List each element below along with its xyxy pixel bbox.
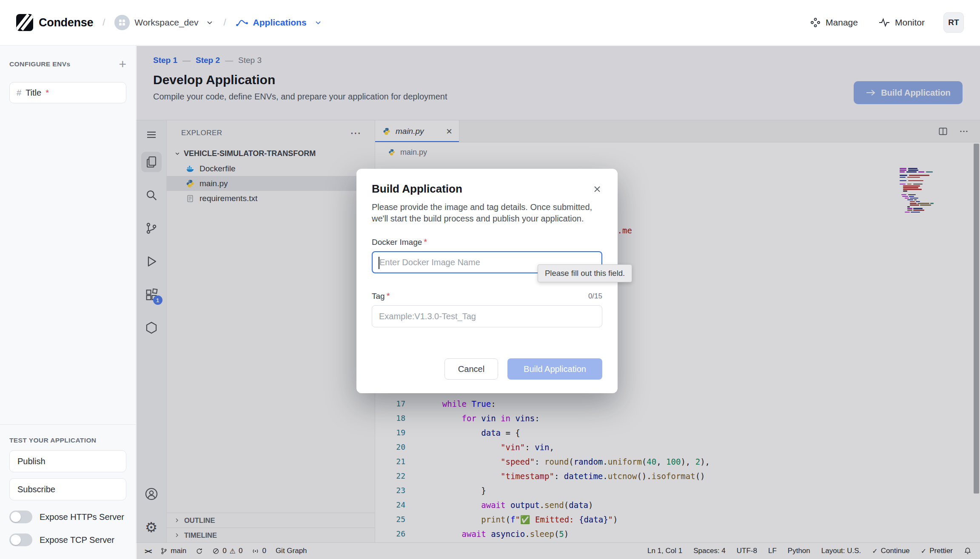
expose-https-toggle[interactable] — [9, 511, 32, 523]
cancel-button[interactable]: Cancel — [444, 358, 498, 380]
chevron-down-icon — [314, 18, 322, 27]
top-nav: Condense / Workspace_dev / Applications … — [0, 0, 980, 45]
add-env-button[interactable]: + — [119, 60, 126, 68]
docker-image-label-text: Docker Image — [372, 238, 422, 247]
expose-tcp-row: Expose TCP Server — [9, 533, 126, 546]
tag-input[interactable]: Example:V1.3.0-Test_Tag — [372, 305, 602, 327]
env-title-value: Title — [26, 88, 41, 98]
tag-placeholder: Example:V1.3.0-Test_Tag — [379, 312, 476, 321]
tag-label: Tag * — [372, 291, 390, 301]
tag-label-text: Tag — [372, 292, 385, 301]
required-mark: * — [424, 237, 427, 247]
sidebar: CONFIGURE ENVs + # Title * TEST YOUR APP… — [0, 45, 136, 559]
applications-selector[interactable]: Applications — [236, 17, 322, 28]
modal-build-button[interactable]: Build Application — [507, 358, 602, 380]
docker-image-placeholder: Enter Docker Image Name — [379, 258, 480, 267]
condense-logo-icon — [16, 14, 33, 31]
user-avatar[interactable]: RT — [943, 12, 964, 33]
app: Condense / Workspace_dev / Applications … — [0, 0, 980, 559]
toggle-knob — [11, 535, 21, 545]
breadcrumb-separator: / — [103, 17, 105, 28]
env-title-input[interactable]: # Title * — [9, 82, 126, 103]
expose-tcp-label: Expose TCP Server — [40, 535, 114, 545]
workspace-selector[interactable]: Workspace_dev — [114, 15, 214, 30]
logo[interactable]: Condense — [16, 14, 93, 31]
build-application-modal: Build Application Please provide the ima… — [356, 169, 618, 393]
configure-envs-title: CONFIGURE ENVs — [9, 60, 70, 68]
test-application-title: TEST YOUR APPLICATION — [9, 437, 126, 444]
manage-button[interactable]: Manage — [810, 17, 858, 28]
workspace-name: Workspace_dev — [134, 17, 198, 28]
workspace-icon — [114, 15, 130, 30]
manage-label: Manage — [826, 17, 858, 28]
applications-label: Applications — [253, 17, 307, 28]
monitor-icon — [878, 17, 890, 28]
modal-description: Please provide the image and tag details… — [372, 201, 602, 224]
required-mark: * — [46, 88, 49, 98]
close-modal-icon[interactable] — [592, 182, 602, 194]
hash-icon: # — [17, 88, 21, 98]
toggle-knob — [11, 512, 21, 522]
expose-tcp-toggle[interactable] — [9, 533, 32, 546]
chevron-down-icon — [205, 18, 214, 27]
monitor-label: Monitor — [895, 17, 925, 28]
tag-char-counter: 0/15 — [588, 292, 602, 301]
publish-button[interactable]: Publish — [9, 450, 126, 472]
docker-image-label: Docker Image * — [372, 237, 602, 247]
breadcrumb-separator: / — [223, 17, 226, 28]
validation-tooltip: Please fill out this field. — [538, 264, 632, 282]
manage-icon — [810, 17, 821, 28]
text-caret — [379, 257, 379, 269]
applications-icon — [236, 17, 248, 28]
test-application-section: TEST YOUR APPLICATION Publish Subscribe … — [0, 424, 136, 559]
monitor-button[interactable]: Monitor — [878, 17, 925, 28]
expose-https-label: Expose HTTPs Server — [40, 512, 124, 522]
required-mark: * — [387, 291, 390, 301]
logo-text: Condense — [39, 16, 93, 29]
expose-https-row: Expose HTTPs Server — [9, 511, 126, 523]
divider — [0, 424, 136, 425]
subscribe-button[interactable]: Subscribe — [9, 478, 126, 500]
modal-title: Build Application — [372, 182, 462, 196]
